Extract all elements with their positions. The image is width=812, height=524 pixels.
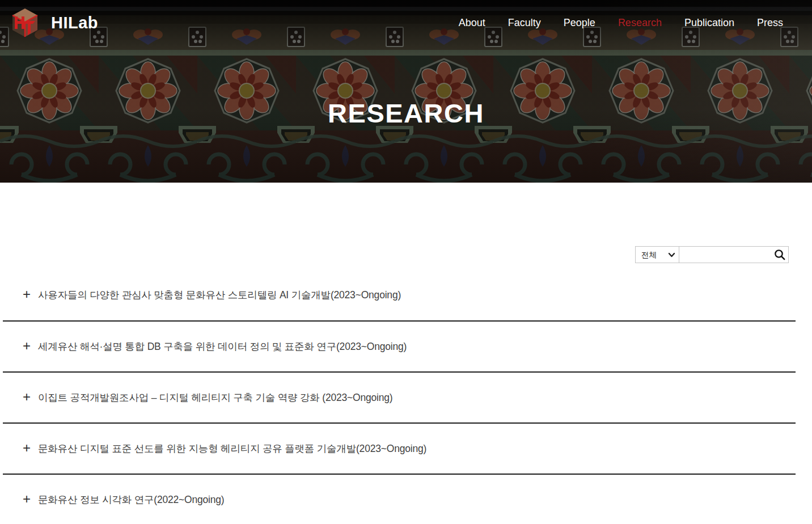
- nav-item-faculty[interactable]: Faculty: [508, 17, 541, 29]
- expand-plus-icon: +: [23, 390, 31, 404]
- nav-item-research[interactable]: Research: [618, 17, 662, 29]
- nav-item-about[interactable]: About: [459, 17, 485, 29]
- nav-item-publication[interactable]: Publication: [684, 17, 734, 29]
- research-list: + 사용자들의 다양한 관심사 맞춤형 문화유산 스토리텔링 AI 기술개발(2…: [3, 269, 796, 524]
- hero-banner: HILab About Faculty People Research Publ…: [0, 0, 812, 183]
- nav-item-press[interactable]: Press: [757, 17, 783, 29]
- research-page-content: 전체 + 사용자들의 다양한 관심사 맞춤형 문화유산 스토리텔링 AI 기술개…: [0, 183, 812, 524]
- research-item-title[interactable]: 문화유산 디지털 표준 선도를 위한 지능형 헤리티지 공유 플랫폼 기술개발(…: [38, 442, 426, 455]
- search-input[interactable]: [679, 246, 789, 263]
- expand-plus-icon: +: [23, 339, 31, 353]
- top-navigation-bar: HILab About Faculty People Research Publ…: [0, 0, 812, 45]
- search-bar: 전체: [0, 246, 789, 263]
- research-item-title[interactable]: 세계유산 해석·설명 통합 DB 구축을 위한 데이터 정의 및 표준화 연구(…: [38, 340, 407, 353]
- expand-plus-icon: +: [23, 288, 31, 301]
- research-list-item[interactable]: + 문화유산 디지털 표준 선도를 위한 지능형 헤리티지 공유 플랫폼 기술개…: [3, 422, 796, 474]
- category-filter-select[interactable]: 전체: [635, 246, 679, 263]
- nav-item-people[interactable]: People: [564, 17, 595, 29]
- brand-name[interactable]: HILab: [51, 14, 98, 32]
- research-list-item[interactable]: + 이집트 공적개발원조사업 – 디지털 헤리티지 구축 기술 역량 강화 (2…: [3, 371, 796, 422]
- research-list-item[interactable]: + 문화유산 정보 시각화 연구(2022~Ongoing): [3, 474, 796, 524]
- research-item-title[interactable]: 문화유산 정보 시각화 연구(2022~Ongoing): [38, 493, 224, 506]
- search-icon: [773, 248, 786, 261]
- research-list-item[interactable]: + 사용자들의 다양한 관심사 맞춤형 문화유산 스토리텔링 AI 기술개발(2…: [3, 269, 796, 320]
- page-title: RESEARCH: [0, 98, 812, 129]
- search-button[interactable]: [773, 248, 786, 261]
- search-input-wrap: [679, 246, 789, 263]
- expand-plus-icon: +: [23, 441, 31, 455]
- research-item-title[interactable]: 사용자들의 다양한 관심사 맞춤형 문화유산 스토리텔링 AI 기술개발(202…: [38, 288, 401, 302]
- filter-select-wrap: 전체: [635, 246, 679, 263]
- hilab-logo-icon: [11, 7, 39, 38]
- expand-plus-icon: +: [23, 492, 31, 506]
- main-nav: About Faculty People Research Publicatio…: [459, 17, 783, 29]
- research-list-item[interactable]: + 세계유산 해석·설명 통합 DB 구축을 위한 데이터 정의 및 표준화 연…: [3, 320, 796, 371]
- brand[interactable]: HILab: [11, 7, 98, 38]
- research-item-title[interactable]: 이집트 공적개발원조사업 – 디지털 헤리티지 구축 기술 역량 강화 (202…: [38, 391, 392, 404]
